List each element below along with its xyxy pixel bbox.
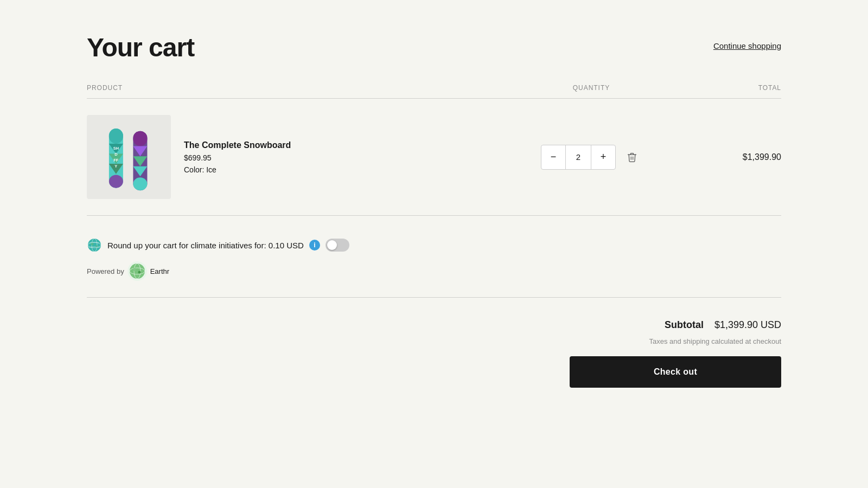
- col-header-quantity: QUANTITY: [510, 84, 673, 92]
- earthr-logo: [127, 261, 147, 281]
- quantity-value: 2: [565, 145, 591, 169]
- svg-rect-11: [133, 131, 147, 146]
- svg-rect-12: [133, 177, 147, 190]
- svg-point-20: [95, 245, 98, 247]
- quantity-wrapper: − 2 +: [541, 145, 616, 170]
- toggle-thumb: [327, 240, 337, 250]
- powered-by-row: Powered by Earthr: [87, 261, 781, 281]
- quantity-increase-button[interactable]: +: [591, 145, 615, 169]
- product-name: The Complete Snowboard: [184, 140, 291, 150]
- climate-section: Round up your cart for climate initiativ…: [87, 216, 781, 298]
- subtotal-label: Subtotal: [665, 319, 704, 331]
- page-header: Your cart Continue shopping: [87, 33, 781, 62]
- page-title: Your cart: [87, 33, 194, 62]
- subtotal-section: Subtotal $1,399.90 USD Taxes and shippin…: [87, 298, 781, 388]
- trash-icon: [627, 152, 637, 163]
- svg-point-19: [91, 243, 94, 246]
- cart-item: SH D FF Y: [87, 99, 781, 216]
- climate-toggle[interactable]: [326, 239, 349, 252]
- svg-point-26: [138, 271, 141, 274]
- climate-text: Round up your cart for climate initiativ…: [107, 241, 304, 250]
- globe-icon: [87, 237, 102, 253]
- product-info: SH D FF Y: [87, 115, 510, 199]
- svg-point-16: [88, 239, 101, 252]
- quantity-decrease-button[interactable]: −: [541, 145, 565, 169]
- tax-note: Taxes and shipping calculated at checkou…: [649, 337, 781, 345]
- product-variant: Color: Ice: [184, 165, 291, 174]
- subtotal-row: Subtotal $1,399.90 USD: [665, 319, 781, 331]
- svg-text:FF: FF: [113, 158, 119, 163]
- svg-text:SH: SH: [113, 146, 118, 151]
- svg-point-22: [130, 264, 145, 279]
- col-header-product: PRODUCT: [87, 84, 510, 92]
- svg-text:Y: Y: [114, 164, 117, 169]
- svg-rect-1: [108, 129, 123, 144]
- svg-rect-2: [108, 175, 123, 188]
- toggle-track: [326, 239, 349, 252]
- continue-shopping-link[interactable]: Continue shopping: [713, 33, 781, 50]
- product-price: $699.95: [184, 153, 291, 162]
- table-header: PRODUCT QUANTITY TOTAL: [87, 84, 781, 99]
- checkout-button[interactable]: Check out: [570, 356, 781, 388]
- svg-point-25: [133, 268, 136, 271]
- earthr-brand-label: Earthr: [150, 267, 169, 275]
- climate-row: Round up your cart for climate initiativ…: [87, 237, 781, 253]
- product-image: SH D FF Y: [87, 115, 171, 199]
- col-header-total: TOTAL: [673, 84, 781, 92]
- info-icon[interactable]: i: [309, 240, 320, 251]
- item-total: $1,399.90: [673, 152, 781, 162]
- delete-item-button[interactable]: [622, 147, 642, 167]
- quantity-controls: − 2 +: [510, 145, 673, 170]
- product-details: The Complete Snowboard $699.95 Color: Ic…: [184, 140, 291, 174]
- powered-by-label: Powered by: [87, 267, 124, 275]
- svg-text:D: D: [114, 152, 118, 157]
- subtotal-value: $1,399.90 USD: [714, 319, 781, 331]
